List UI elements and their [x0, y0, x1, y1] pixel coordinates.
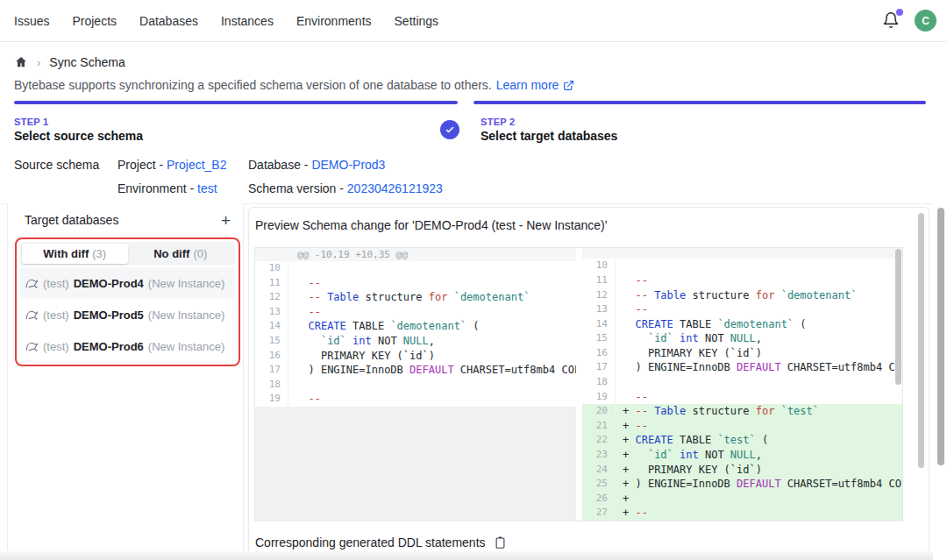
diff-line-10: 10 [582, 259, 902, 273]
window-scrollbar[interactable] [937, 208, 944, 465]
diff-added-line-21: 21+ -- [582, 419, 902, 434]
mysql-dolphin-icon [25, 308, 39, 322]
project-link[interactable]: Project_B2 [167, 158, 226, 172]
add-target-database-button[interactable]: + [221, 212, 231, 229]
top-navigation: IssuesProjectsDatabasesInstancesEnvironm… [0, 0, 947, 42]
diff-pane-original: @@ -10,19 +10,35 @@ 10 11 --12 -- Table … [255, 248, 576, 521]
target-databases-title: Target databases [25, 213, 221, 227]
diff-added-line-27: 27+ -- [582, 506, 902, 521]
copy-icon[interactable] [494, 535, 507, 549]
source-environment-field: Environment - test [117, 181, 217, 195]
nav-item-issues[interactable]: Issues [14, 14, 49, 28]
home-icon[interactable] [14, 55, 28, 69]
step1-complete-check-icon [440, 120, 459, 139]
nav-item-environments[interactable]: Environments [296, 14, 372, 28]
environment-link[interactable]: test [197, 181, 217, 195]
diff-line-17: 17 ) ENGINE=InnoDB DEFAULT CHARSET=utf8m… [582, 360, 902, 375]
diff-line-18: 18 [255, 378, 576, 393]
diff-line-19: 19 -- [255, 392, 576, 407]
schema-version-link[interactable]: 20230426121923 [347, 181, 443, 195]
step1-label: STEP 1 [14, 117, 49, 127]
diff-line-19: 19 -- [582, 390, 902, 405]
nav-item-instances[interactable]: Instances [221, 14, 274, 28]
nav-items: IssuesProjectsDatabasesInstancesEnvironm… [14, 14, 438, 28]
nav-item-projects[interactable]: Projects [72, 14, 117, 28]
tab-no-diff[interactable]: No diff(0) [128, 244, 234, 264]
tab-with-diff[interactable]: With diff(3) [22, 244, 128, 264]
target-database-item-demo-prod6[interactable]: (test)DEMO-Prod6(New Instance) [20, 330, 235, 362]
step2-title: Select target databases [481, 129, 617, 143]
hunk-header-spacer [582, 248, 902, 259]
diff-line-14: 14 CREATE TABLE `demotenant` ( [582, 317, 902, 332]
source-database-field: Database - DEMO-Prod3 [248, 158, 385, 172]
diff-pane-modified: 10 11 --12 -- Table structure for `demot… [582, 248, 902, 521]
target-database-item-demo-prod4[interactable]: (test)DEMO-Prod4(New Instance) [20, 267, 235, 299]
nav-item-settings[interactable]: Settings [395, 14, 439, 28]
diff-line-18: 18 [582, 375, 902, 390]
diff-line-15: 15 `id` int NOT NULL, [255, 334, 576, 349]
source-project-field: Project - Project_B2 [117, 158, 227, 172]
mysql-dolphin-icon [25, 277, 39, 290]
diff-added-line-23: 23+ `id` int NOT NULL, [582, 448, 902, 463]
diff-line-10: 10 [255, 261, 576, 276]
intro-text: Bytebase supports synchronizing a specif… [14, 78, 574, 92]
chevron-right-icon: › [37, 56, 40, 69]
breadcrumb: › Sync Schema [14, 55, 125, 69]
step2-progress-bar [474, 101, 926, 104]
breadcrumb-page-title: Sync Schema [49, 55, 125, 69]
target-databases-panel: Target databases + With diff(3)No diff(0… [7, 203, 244, 550]
diff-line-11: 11 -- [255, 276, 576, 291]
source-version-field: Schema version - 20230426121923 [248, 181, 443, 195]
diff-added-line-20: 20+ -- Table structure for `test` [582, 404, 902, 419]
step1-progress-bar [14, 101, 458, 104]
notification-bell-icon[interactable] [882, 11, 901, 31]
preview-card-scrollbar[interactable] [918, 213, 924, 468]
sync-schema-page: IssuesProjectsDatabasesInstancesEnvironm… [0, 0, 947, 560]
schema-diff-editor[interactable]: @@ -10,19 +10,35 @@ 10 11 --12 -- Table … [254, 247, 903, 521]
step1-title: Select source schema [14, 129, 143, 143]
next-section-edge [0, 551, 933, 560]
diff-added-line-26: 26+ [582, 492, 902, 507]
source-schema-label: Source schema [14, 158, 99, 172]
external-link-icon[interactable] [563, 80, 574, 91]
diff-line-11: 11 -- [582, 273, 902, 288]
ddl-statements-title: Corresponding generated DDL statements [255, 535, 486, 549]
diff-added-line-24: 24+ PRIMARY KEY (`id`) [582, 463, 902, 478]
avatar[interactable]: C [915, 10, 936, 32]
learn-more-link[interactable]: Learn more [496, 78, 559, 92]
diff-line-12: 12 -- Table structure for `demotenant` [255, 290, 576, 305]
diff-line-15: 15 `id` int NOT NULL, [582, 331, 902, 346]
diff-line-17: 17 ) ENGINE=InnoDB DEFAULT CHARSET=utf8m… [255, 363, 576, 378]
diff-added-line-25: 25+ ) ENGINE=InnoDB DEFAULT CHARSET=utf8… [582, 477, 902, 492]
diff-line-13: 13 -- [255, 305, 576, 320]
nav-item-databases[interactable]: Databases [139, 14, 198, 28]
diff-line-13: 13 -- [582, 302, 902, 317]
notification-dot [896, 9, 903, 16]
diff-line-16: 16 PRIMARY KEY (`id`) [255, 349, 576, 364]
diff-tabbar: With diff(3)No diff(0) [20, 242, 235, 266]
preview-title: Preview Schema change for 'DEMO-Prod4 (t… [255, 218, 607, 232]
target-database-item-demo-prod5[interactable]: (test)DEMO-Prod5(New Instance) [20, 299, 235, 330]
target-database-list: (test)DEMO-Prod4(New Instance)(test)DEMO… [20, 267, 235, 362]
mysql-dolphin-icon [25, 340, 39, 353]
preview-card: Preview Schema change for 'DEMO-Prod4 (t… [248, 207, 929, 560]
diff-line-16: 16 PRIMARY KEY (`id`) [582, 346, 902, 361]
diff-added-line-22: 22+ CREATE TABLE `test` ( [582, 433, 902, 448]
step2-label: STEP 2 [481, 117, 516, 127]
diff-line-14: 14 CREATE TABLE `demotenant` ( [255, 319, 576, 334]
diff-pane-scrollbar[interactable] [895, 249, 901, 385]
diff-pane-gap [576, 248, 582, 521]
diff-line-12: 12 -- Table structure for `demotenant` [582, 288, 902, 303]
target-list-highlight-box: With diff(3)No diff(0) (test)DEMO-Prod4(… [15, 237, 240, 366]
database-link[interactable]: DEMO-Prod3 [311, 158, 385, 172]
diff-alignment-filler [255, 407, 576, 521]
hunk-header: @@ -10,19 +10,35 @@ [255, 248, 576, 261]
